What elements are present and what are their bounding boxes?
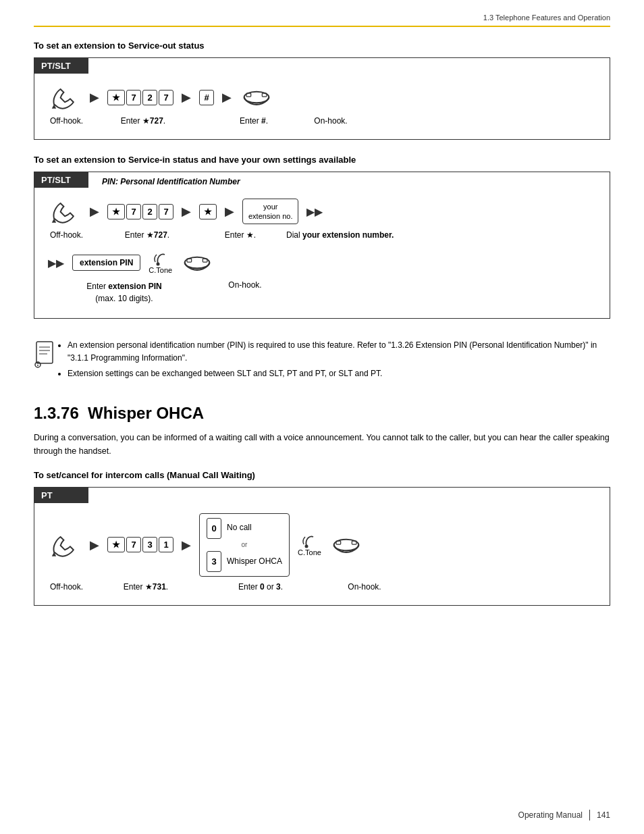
onhook-phone-icon3 — [329, 533, 363, 557]
double-arrow1: ▶▶ — [306, 205, 323, 218]
section3-title: To set/cancel for intercom calls (Manual… — [34, 470, 610, 480]
note-section: An extension personal identification num… — [34, 334, 610, 389]
key-7e: 7 — [126, 537, 141, 552]
label-enter727-2: Enter ★727. — [113, 230, 181, 240]
ext-line2: extension no. — [248, 211, 292, 221]
option-box: 0 No call or 3 Whisper OHCA — [199, 513, 290, 577]
section1-flow-row: ▶ ★ 7 2 7 ▶ # ▶ — [48, 84, 596, 111]
key-1: 1 — [159, 537, 173, 552]
label-offhook2: Off-hook. — [48, 230, 85, 240]
note-icon — [34, 340, 58, 384]
section1-badge: PT/SLT — [34, 58, 88, 74]
section3-badge: PT — [34, 488, 88, 503]
arrow-s2-2: ▶ — [182, 204, 191, 219]
chapter-desc: During a conversation, you can be inform… — [34, 431, 610, 458]
key-ext-pin: extension PIN — [72, 255, 140, 271]
note-item-2: Extension settings can be exchanged betw… — [68, 367, 610, 380]
keys-727-section2: ★ 7 2 7 — [107, 204, 173, 219]
section2-flow-row1: ▶ ★ 7 2 7 ▶ ★ ▶ your extension no. ▶▶ — [48, 198, 596, 225]
page: 1.3 Telephone Features and Operation To … — [0, 0, 644, 834]
label-enterstar: Enter ★. — [220, 230, 261, 240]
label-dialext: Dial your extension number. — [286, 230, 394, 240]
label-enter-ext-pin: Enter extension PIN(max. 10 digits). — [80, 280, 168, 305]
c-tone-group-s3: C.Tone — [298, 533, 321, 556]
offhook-phone-icon2 — [48, 198, 82, 225]
footer: Operating Manual 141 — [518, 810, 610, 820]
key-2: 2 — [142, 90, 157, 105]
chapter-name: Whisper OHCA — [88, 404, 204, 422]
key-7d: 7 — [159, 204, 173, 219]
header-bar: 1.3 Telephone Features and Operation — [34, 14, 610, 27]
note-bullets: An extension personal identification num… — [68, 339, 610, 384]
section2-flow-row2: ▶▶ extension PIN C.Tone — [48, 251, 596, 275]
svg-point-5 — [156, 263, 159, 266]
svg-rect-9 — [36, 342, 53, 363]
svg-point-17 — [305, 544, 308, 548]
section2-labels1: Off-hook. Enter ★727. Enter ★. Dial your… — [48, 230, 596, 240]
keys-731-section3: ★ 7 3 1 — [107, 537, 173, 552]
option-key-3: 3 — [207, 551, 221, 572]
label-onhook2: On-hook. — [225, 280, 265, 290]
section1-title: To set an extension to Service-out statu… — [34, 41, 610, 51]
key-7b: 7 — [159, 90, 173, 105]
key-star: ★ — [107, 90, 125, 105]
option-3-row: 3 Whisper OHCA — [207, 551, 282, 572]
label-enter727-1: Enter ★727. — [109, 116, 177, 126]
footer-page: 141 — [597, 810, 610, 820]
footer-text: Operating Manual — [518, 810, 583, 820]
section3-flow-row: ▶ ★ 7 3 1 ▶ 0 No call or 3 — [48, 513, 596, 577]
section3-labels: Off-hook. Enter ★731. Enter 0 or 3. On-h… — [48, 582, 596, 592]
section2-diagram: PT/SLT PIN: Personal Identification Numb… — [34, 172, 610, 319]
header-text: 1.3 Telephone Features and Operation — [483, 14, 610, 22]
arrow3: ▶ — [222, 90, 232, 105]
offhook-phone-icon3 — [48, 531, 82, 558]
option-or: or — [207, 539, 282, 551]
key-star3: ★ — [107, 537, 125, 552]
section2-title: To set an extension to Service-in status… — [34, 155, 610, 165]
arrow-s2-3: ▶ — [225, 204, 234, 219]
onhook-phone-icon2 — [180, 251, 214, 275]
ctone-icon-s3 — [300, 533, 319, 548]
option-0-row: 0 No call — [207, 518, 282, 539]
section1-diagram: PT/SLT ▶ ★ 7 2 7 ▶ # ▶ — [34, 57, 610, 140]
pin-label: PIN: Personal Identification Number — [102, 174, 240, 186]
footer-divider — [589, 810, 590, 820]
onhook-phone-icon — [240, 85, 273, 109]
section2-labels2: Enter extension PIN(max. 10 digits). On-… — [48, 280, 596, 305]
document-icon — [34, 340, 58, 370]
offhook-phone-icon — [48, 84, 82, 111]
arrow-s3-2: ▶ — [182, 538, 191, 552]
ctone-icon — [151, 251, 170, 266]
arrow2: ▶ — [182, 90, 191, 105]
section3-diagram: PT ▶ ★ 7 3 1 ▶ 0 — [34, 487, 610, 606]
label-enterhash: Enter #. — [234, 116, 274, 126]
key-7a: 7 — [126, 90, 141, 105]
section1-labels: Off-hook. Enter ★727. Enter #. On-hook. — [48, 116, 596, 126]
key-2b: 2 — [142, 204, 157, 219]
key-3: 3 — [142, 537, 157, 552]
label-onhook3: On-hook. — [344, 582, 385, 592]
label-offhook1: Off-hook. — [48, 116, 85, 126]
c-tone-group: C.Tone — [149, 251, 172, 274]
chapter-title: 1.3.76 Whisper OHCA — [34, 404, 610, 423]
arrow1: ▶ — [90, 90, 99, 105]
ctone-label-s3: C.Tone — [298, 548, 321, 556]
ctone-label-s2: C.Tone — [149, 266, 172, 274]
arrow-s2-1: ▶ — [90, 204, 99, 219]
note-item-1: An extension personal identification num… — [68, 339, 610, 365]
label-enter731: Enter ★731. — [112, 582, 180, 592]
key-hash: # — [199, 90, 214, 105]
option-3-label: Whisper OHCA — [227, 554, 282, 569]
ext-box: your extension no. — [242, 199, 298, 225]
key-star-alone: ★ — [199, 204, 217, 219]
key-7c: 7 — [126, 204, 141, 219]
arrow-s3-1: ▶ — [90, 538, 99, 552]
label-offhook3: Off-hook. — [48, 582, 85, 592]
label-onhook1: On-hook. — [311, 116, 351, 126]
double-arrow2: ▶▶ — [48, 257, 64, 269]
chapter-number: 1.3.76 — [34, 404, 79, 422]
option-key-0: 0 — [207, 518, 221, 539]
label-enter03: Enter 0 or 3. — [227, 582, 294, 592]
section2-badge: PT/SLT — [34, 172, 88, 188]
key-star2: ★ — [107, 204, 125, 219]
